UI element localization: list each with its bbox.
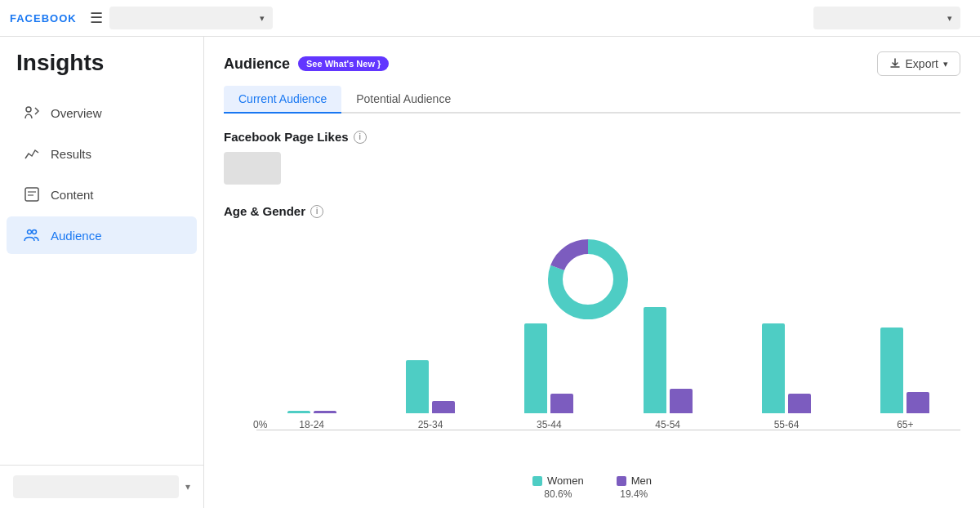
chart-legend: Women 80.6% Men 19.4%	[224, 475, 960, 500]
main-layout: Insights Overview Result	[0, 37, 980, 508]
sidebar-item-label: Results	[51, 147, 91, 161]
age-gender-info-icon[interactable]: i	[310, 205, 323, 218]
sidebar-item-overview[interactable]: Overview	[7, 94, 197, 131]
svg-point-0	[26, 107, 31, 112]
sidebar-item-audience[interactable]: Audience	[7, 216, 197, 254]
women-bar	[406, 360, 429, 413]
legend-item-women: Women 80.6%	[532, 475, 584, 500]
bar-label: 55-64	[774, 419, 800, 430]
sidebar-item-results[interactable]: Results	[7, 135, 197, 172]
women-bar	[762, 323, 785, 413]
women-bar	[644, 307, 666, 413]
men-bar	[432, 401, 455, 413]
export-label: Export	[906, 57, 938, 70]
age-gender-title: Age & Gender i	[224, 204, 960, 218]
page-likes-section: Facebook Page Likes i	[224, 130, 960, 144]
men-legend-pct: 19.4%	[620, 488, 648, 500]
men-bar	[906, 392, 929, 413]
page-title: Insights	[0, 37, 203, 92]
top-bar: FACEBOOK ☰ ▾ ▾	[0, 0, 980, 37]
sidebar-footer-account	[13, 475, 179, 498]
svg-point-5	[33, 230, 37, 234]
facebook-logo: FACEBOOK	[10, 12, 77, 25]
audience-icon	[23, 226, 41, 244]
bar-label: 25-34	[418, 419, 443, 430]
page-likes-value	[224, 152, 281, 185]
tab-potential-audience[interactable]: Potential Audience	[341, 86, 466, 114]
legend-item-men: Men 19.4%	[617, 475, 652, 500]
women-bar	[524, 323, 547, 413]
men-legend-dot	[617, 476, 626, 486]
bar-group-25-34: 25-34	[375, 283, 485, 430]
tab-current-audience[interactable]: Current Audience	[224, 86, 341, 114]
bar-group-18-24: 18-24	[256, 283, 367, 430]
audience-tabs: Current Audience Potential Audience	[224, 86, 960, 114]
results-icon	[23, 145, 41, 163]
see-whats-new-badge[interactable]: See What's New }	[298, 56, 389, 71]
top-dropdown-left[interactable]: ▾	[109, 7, 273, 29]
overview-icon	[23, 104, 41, 122]
sidebar-item-label: Overview	[51, 106, 102, 120]
audience-title: Audience	[224, 56, 290, 73]
bar-label: 45-54	[655, 419, 680, 430]
page-likes-info-icon[interactable]: i	[354, 131, 367, 144]
chevron-down-icon[interactable]: ▾	[185, 481, 190, 492]
age-gender-chart: 0% 18-24	[224, 226, 960, 463]
women-legend-pct: 80.6%	[544, 488, 572, 500]
chevron-down-icon: ▾	[260, 13, 265, 24]
bar-label: 18-24	[299, 419, 324, 430]
svg-point-4	[28, 230, 32, 234]
men-bar	[550, 394, 573, 413]
content-icon	[23, 185, 41, 203]
women-legend-dot	[532, 476, 542, 486]
women-bar	[287, 411, 310, 413]
age-gender-section: Age & Gender i	[224, 204, 960, 500]
top-dropdown-right[interactable]: ▾	[813, 7, 960, 29]
content-area: Audience See What's New } Export ▾ Curre…	[204, 37, 980, 508]
men-bar	[314, 411, 336, 413]
sidebar-footer: ▾	[0, 465, 203, 508]
sidebar-nav: Overview Results Conte	[0, 92, 203, 465]
women-legend-label: Women	[547, 475, 584, 487]
svg-rect-1	[25, 188, 38, 201]
bar-label: 65+	[897, 419, 913, 430]
audience-header: Audience See What's New } Export ▾	[224, 37, 960, 86]
export-button[interactable]: Export ▾	[877, 51, 960, 76]
men-bar	[788, 394, 811, 413]
bar-group-65plus: 65+	[850, 283, 960, 430]
sidebar-item-content[interactable]: Content	[7, 176, 197, 213]
sidebar-item-label: Content	[51, 188, 94, 202]
bar-group-35-44: 35-44	[494, 283, 604, 430]
audience-title-row: Audience See What's New }	[224, 56, 389, 73]
men-bar	[670, 389, 693, 413]
chevron-down-icon: ▾	[947, 13, 952, 24]
download-icon	[889, 58, 901, 69]
sidebar: Insights Overview Result	[0, 37, 204, 508]
women-bar	[880, 328, 903, 413]
hamburger-menu-icon[interactable]: ☰	[90, 9, 103, 27]
bar-label: 35-44	[537, 419, 562, 430]
sidebar-item-label: Audience	[51, 229, 102, 243]
bar-group-55-64: 55-64	[731, 283, 841, 430]
chevron-down-icon: ▾	[943, 59, 948, 69]
men-legend-label: Men	[631, 475, 652, 487]
bar-group-45-54: 45-54	[612, 283, 723, 430]
bar-chart-area: 0% 18-24	[224, 283, 960, 430]
